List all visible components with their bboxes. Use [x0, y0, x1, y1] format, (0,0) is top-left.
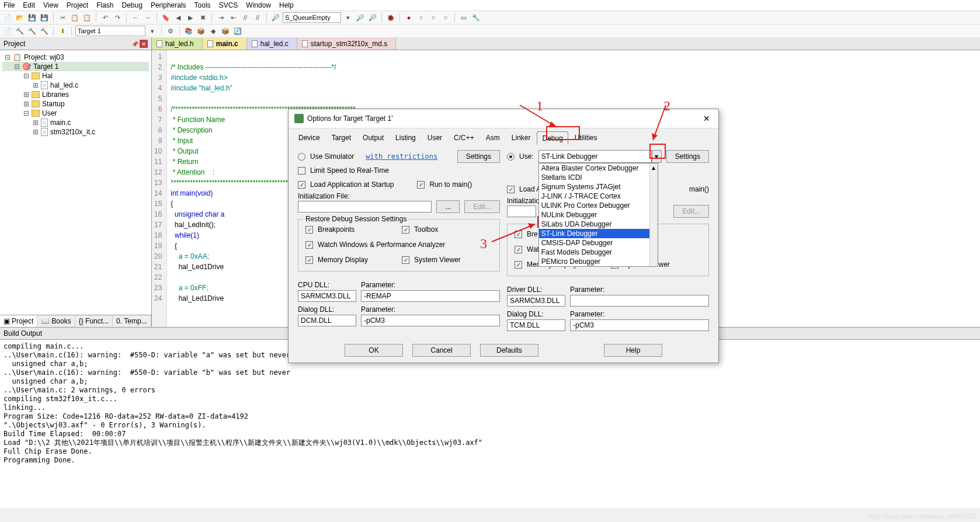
tab-target[interactable]: Target	[326, 131, 356, 144]
saveall-icon[interactable]: 💾	[39, 12, 50, 23]
toolbox-checkbox[interactable]	[402, 226, 409, 234]
breakpoint-icon[interactable]: ●	[404, 12, 414, 23]
outdent-icon[interactable]: ⇤	[228, 12, 238, 23]
menu-debug[interactable]: Debug	[122, 1, 143, 9]
edit-button[interactable]: Edit...	[464, 200, 500, 213]
panel-tab-templates[interactable]: 0. Temp...	[113, 315, 151, 327]
tree-target[interactable]: Target 1	[33, 62, 58, 71]
menu-svcs[interactable]: SVCS	[219, 1, 238, 9]
find-in-files-icon[interactable]: 🔎	[355, 12, 366, 23]
manage-components-icon[interactable]: 📦	[196, 26, 206, 36]
pack-installer-icon[interactable]: 📦	[220, 26, 231, 36]
sysview-checkbox[interactable]	[402, 256, 409, 264]
bookmark-clear-icon[interactable]: ✖	[197, 12, 208, 23]
translate-icon[interactable]: 📄	[2, 26, 13, 36]
menu-flash[interactable]: Flash	[96, 1, 113, 9]
config-icon[interactable]: 🔧	[471, 12, 481, 23]
load-app-checkbox[interactable]	[507, 186, 515, 193]
tree-group[interactable]: User	[42, 109, 57, 117]
close-icon[interactable]: ✕	[140, 40, 148, 48]
memory-checkbox[interactable]	[515, 261, 522, 269]
build-output-text[interactable]: compiling main.c... ..\User\main.c(16): …	[0, 340, 980, 508]
tree-file[interactable]: hal_led.c	[50, 81, 78, 89]
panel-tab-functions[interactable]: {} Funct...	[75, 315, 113, 327]
settings-button[interactable]: Settings	[457, 150, 500, 163]
dropdown-item[interactable]: Stellaris ICDI	[539, 173, 658, 182]
scrollbar[interactable]: ▴	[649, 163, 658, 266]
target-combo[interactable]: Target 1	[75, 26, 145, 36]
tab-output[interactable]: Output	[357, 131, 389, 144]
dropdown-item[interactable]: Signum Systems JTAGjet	[539, 182, 658, 192]
file-tab[interactable]: main.c	[203, 38, 247, 50]
tree-group[interactable]: Hal	[42, 72, 53, 80]
tab-listing[interactable]: Listing	[390, 131, 421, 144]
paste-icon[interactable]: 📋	[82, 12, 92, 23]
find-combo[interactable]: S_QueueEmpty	[283, 12, 341, 23]
panel-tab-project[interactable]: ▣Project	[0, 315, 37, 327]
watch-checkbox[interactable]	[515, 246, 522, 253]
dialog-dll-input[interactable]	[507, 319, 565, 331]
incremental-find-icon[interactable]: 🔎	[367, 12, 378, 23]
run-main-checkbox[interactable]	[417, 181, 425, 189]
rebuild-icon[interactable]: 🔨	[27, 26, 37, 36]
build-icon[interactable]: 🔨	[15, 26, 25, 36]
file-tab[interactable]: hal_led.c	[247, 38, 297, 50]
ok-button[interactable]: OK	[345, 344, 403, 357]
menu-project[interactable]: Project	[67, 1, 88, 9]
memory-checkbox[interactable]	[305, 256, 313, 264]
batch-build-icon[interactable]: 🔨	[39, 26, 50, 36]
download-icon[interactable]: ⬇	[57, 26, 68, 36]
dropdown-item[interactable]: Altera Blaster Cortex Debugger	[539, 163, 658, 173]
cpu-dll-input[interactable]	[298, 290, 356, 302]
project-tree[interactable]: ⊟📋Project: wj03 ⊟🎯Target 1 ⊟Hal ⊞hal_led…	[0, 50, 151, 315]
menu-help[interactable]: Help	[279, 1, 294, 9]
manage-books-icon[interactable]: 📚	[183, 26, 194, 36]
dropdown-item[interactable]: SiLabs UDA Debugger	[539, 220, 658, 229]
limit-speed-checkbox[interactable]	[298, 167, 305, 175]
manage-rte-icon[interactable]: ◆	[208, 26, 218, 36]
dropdown-item[interactable]: ULINK Pro Cortex Debugger	[539, 201, 658, 210]
save-icon[interactable]: 💾	[27, 12, 37, 23]
menu-edit[interactable]: Edit	[23, 1, 35, 9]
param-input[interactable]	[361, 290, 500, 302]
debugger-dropdown[interactable]: Altera Blaster Cortex Debugger Stellaris…	[538, 163, 658, 267]
tab-utilities[interactable]: Utilities	[569, 131, 603, 144]
undo-icon[interactable]: ↶	[100, 12, 110, 23]
cut-icon[interactable]: ✂	[57, 12, 68, 23]
file-tab[interactable]: startup_stm32f10x_md.s	[297, 38, 396, 50]
dropdown-item[interactable]: Fast Models Debugger	[539, 248, 658, 257]
breakpoints-checkbox[interactable]	[515, 231, 522, 238]
refresh-icon[interactable]: 🔄	[232, 26, 243, 36]
tree-group[interactable]: Startup	[42, 100, 65, 108]
tree-group[interactable]: Libraries	[42, 91, 69, 99]
menu-file[interactable]: File	[4, 1, 15, 9]
combo-arrow-icon[interactable]: ▾	[343, 12, 353, 23]
tab-cpp[interactable]: C/C++	[449, 131, 479, 144]
driver-dll-input[interactable]	[507, 295, 565, 307]
combo-arrow-icon[interactable]: ▾	[147, 26, 158, 36]
menu-view[interactable]: View	[43, 1, 58, 9]
breakpoint-disable-icon[interactable]: ○	[416, 12, 426, 23]
settings-button[interactable]: Settings	[666, 150, 709, 163]
edit-button[interactable]: Edit...	[673, 205, 709, 218]
nav-back-icon[interactable]: ←	[130, 12, 141, 23]
comment-icon[interactable]: //	[240, 12, 251, 23]
menu-window[interactable]: Window	[246, 1, 271, 9]
new-icon[interactable]: 📄	[2, 12, 13, 23]
bookmark-next-icon[interactable]: ▶	[185, 12, 196, 23]
param-input[interactable]	[361, 315, 500, 326]
dropdown-item[interactable]: ST-Link Debugger	[539, 229, 658, 238]
tab-debug[interactable]: Debug	[537, 131, 568, 145]
indent-icon[interactable]: ⇥	[216, 12, 226, 23]
use-debugger-radio[interactable]	[507, 153, 515, 161]
debug-icon[interactable]: 🐞	[385, 12, 396, 23]
help-button[interactable]: Help	[604, 344, 662, 357]
uncomment-icon[interactable]: //	[252, 12, 263, 23]
dropdown-item[interactable]: PEMicro Debugger	[539, 257, 658, 266]
breakpoints-checkbox[interactable]	[305, 226, 313, 234]
menu-peripherals[interactable]: Peripherals	[151, 1, 186, 9]
tab-user[interactable]: User	[422, 131, 447, 144]
menu-tools[interactable]: Tools	[194, 1, 211, 9]
param-input[interactable]	[570, 295, 709, 307]
defaults-button[interactable]: Defaults	[480, 344, 538, 357]
